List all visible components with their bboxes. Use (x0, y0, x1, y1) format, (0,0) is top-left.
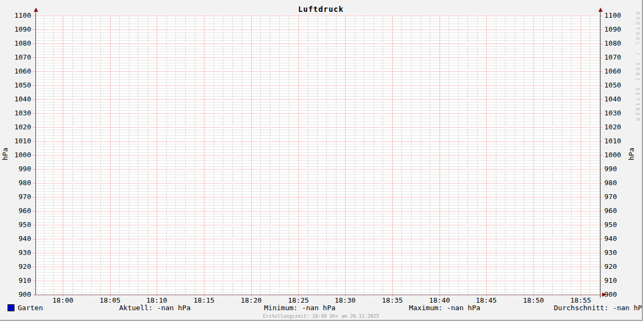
stat-durchschnitt: Durchschnitt: -nan hPA (554, 304, 643, 312)
creation-time: Erstellungszeit: 18:48 Uhr am 20.11.2025 (0, 313, 642, 319)
y-tick-label-left: 1080 (0, 40, 31, 47)
y-tick-label-right: 900 (604, 291, 635, 298)
y-tick-label-right: 1040 (604, 96, 635, 103)
x-tick-label: 18:50 (514, 297, 553, 304)
y-tick-label-left: 940 (0, 235, 31, 243)
y-tick-label-left: 1000 (0, 151, 31, 159)
plot-area (36, 15, 600, 295)
y-tick-label-right: 1090 (604, 26, 635, 33)
y-tick-label-right: 970 (604, 193, 635, 201)
y-tick-label-left: 990 (0, 165, 31, 173)
y-tick-label-right: 1030 (604, 109, 635, 117)
x-tick-label: 18:25 (279, 297, 318, 304)
y-tick-label-right: 1100 (604, 12, 635, 19)
y-tick-label-left: 980 (0, 179, 31, 187)
y-axis-arrow-right-icon (598, 8, 603, 12)
y-tick-label-right: 1020 (604, 123, 635, 131)
y-tick-label-left: 950 (0, 221, 31, 229)
y-tick-label-left: 1090 (0, 26, 31, 33)
y-tick-label-left: 1100 (0, 12, 31, 19)
y-tick-label-right: 1050 (604, 82, 635, 89)
y-tick-label-right: 950 (604, 221, 635, 229)
y-tick-label-left: 970 (0, 193, 31, 201)
x-tick-label: 18:05 (91, 297, 129, 304)
stat-minimum: Minimum: -nan hPa (264, 304, 335, 312)
y-tick-label-right: 1000 (604, 151, 635, 159)
legend-series-label: Garten (18, 304, 43, 312)
y-tick-label-right: 910 (604, 277, 635, 284)
y-tick-label-left: 1060 (0, 68, 31, 75)
chart-title: Luftdruck (0, 5, 642, 13)
x-tick-label: 18:20 (232, 297, 270, 304)
x-tick-label: 18:00 (43, 297, 82, 304)
legend-swatch-garten (8, 304, 14, 311)
x-tick-label: 18:40 (420, 297, 459, 304)
y-tick-label-left: 930 (0, 249, 31, 257)
y-tick-label-right: 940 (604, 235, 635, 243)
x-tick-label: 18:10 (137, 297, 176, 304)
y-tick-label-right: 920 (604, 263, 635, 270)
stat-aktuell: Aktuell: -nan hPa (119, 304, 191, 312)
y-tick-label-left: 960 (0, 207, 31, 215)
y-tick-label-right: 960 (604, 207, 635, 215)
x-tick-label: 18:45 (467, 297, 506, 304)
y-tick-label-left: 1070 (0, 54, 31, 61)
legend-row: Garten Aktuell: -nan hPa Minimum: -nan h… (0, 304, 642, 312)
y-tick-label-left: 1030 (0, 109, 31, 117)
x-tick-label: 18:35 (373, 297, 412, 304)
x-axis-line (34, 295, 602, 295)
y-axis-line-right (600, 11, 601, 298)
y-tick-label-right: 990 (604, 165, 635, 173)
y-tick-label-right: 1060 (604, 68, 635, 75)
y-tick-label-left: 1050 (0, 82, 31, 89)
x-tick-label: 18:30 (326, 297, 364, 304)
y-tick-label-left: 1040 (0, 96, 31, 103)
watermark: RRDTOOL / TOBI OETIKER (635, 12, 640, 123)
y-tick-label-left: 1020 (0, 123, 31, 131)
y-tick-label-right: 1070 (604, 54, 635, 61)
y-tick-label-right: 980 (604, 179, 635, 187)
y-tick-label-left: 1010 (0, 137, 31, 145)
stat-maximum: Maximum: -nan hPa (409, 304, 480, 312)
y-axis-line-left (35, 11, 36, 295)
y-axis-arrow-left-icon (34, 8, 38, 12)
y-tick-label-left: 900 (0, 291, 31, 298)
x-tick-label: 18:55 (561, 297, 600, 304)
rrdtool-graph: Luftdruck hPa hPa 9009009109109209209309… (0, 0, 643, 321)
y-tick-label-right: 930 (604, 249, 635, 257)
x-tick-label: 18:15 (185, 297, 223, 304)
y-tick-label-left: 910 (0, 277, 31, 284)
y-tick-label-right: 1080 (604, 40, 635, 47)
y-tick-label-left: 920 (0, 263, 31, 270)
y-tick-label-right: 1010 (604, 137, 635, 145)
